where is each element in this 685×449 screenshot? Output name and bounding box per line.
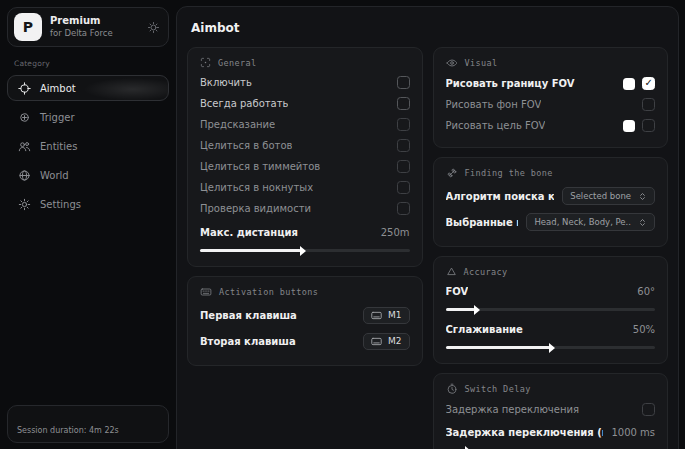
- max-distance-slider[interactable]: [200, 246, 410, 255]
- second-key-button[interactable]: M2: [363, 333, 410, 350]
- fov-target-color-swatch[interactable]: [623, 120, 635, 132]
- accuracy-card-header: Accuracy: [446, 266, 656, 277]
- page-title: Aimbot: [191, 21, 668, 35]
- bone-algorithm-label: Алгоритм поиска кост: [446, 191, 555, 202]
- visual-row: Рисовать цель FOV: [446, 115, 656, 136]
- selected-value: Selected bone: [570, 191, 631, 201]
- sidebar-item-label: Aimbot: [40, 83, 76, 94]
- gear-icon: [18, 198, 31, 211]
- chevron-updown-icon: [638, 218, 647, 227]
- session-duration: Session duration: 4m 22s: [17, 426, 119, 435]
- slider-row: FOV 60°: [446, 281, 656, 302]
- brand-logo: P: [14, 13, 42, 41]
- bone-algorithm-select[interactable]: Selected bone: [562, 187, 655, 205]
- visual-row: Рисовать фон FOV: [446, 94, 656, 115]
- visual-label: Рисовать фон FOV: [446, 99, 542, 110]
- bone-icon: [446, 167, 458, 179]
- category-label: Category: [14, 59, 169, 68]
- toggle-row: Целиться в ботов: [200, 135, 410, 156]
- sidebar-item-world[interactable]: World: [7, 162, 169, 188]
- toggle-row: Проверка видимости: [200, 198, 410, 219]
- draw-fov-border-checkbox[interactable]: [642, 77, 655, 90]
- toggle-label: Целиться в ботов: [200, 140, 292, 151]
- card-title: Accuracy: [464, 267, 508, 277]
- keybind-row: Вторая клавиша M2: [200, 328, 410, 354]
- globe-icon: [18, 169, 31, 182]
- switch-delay-ms-label: Задержка переключения (мс): [446, 427, 604, 438]
- target-bots-checkbox[interactable]: [397, 139, 410, 152]
- card-title: General: [218, 58, 257, 68]
- bone-card-header: Finding the bone: [446, 167, 656, 179]
- fov-border-color-swatch[interactable]: [623, 78, 635, 90]
- entities-icon: [18, 140, 31, 153]
- slider-row: Задержка переключения (мс) 1000 ms: [446, 422, 656, 443]
- brand-card: P Premium for Delta Force: [7, 7, 169, 47]
- card-title: Finding the bone: [465, 168, 553, 178]
- toggle-row: Задержка переключения: [446, 399, 656, 420]
- gear-icon[interactable]: [147, 21, 160, 34]
- app-window: P Premium for Delta Force Category: [0, 0, 685, 449]
- toggle-row: Целиться в тиммейтов: [200, 156, 410, 177]
- trigger-icon: [18, 111, 31, 124]
- toggle-label: Целиться в нокнутых: [200, 182, 313, 193]
- key-value: M1: [388, 310, 402, 320]
- fov-label: FOV: [446, 286, 469, 297]
- keybind-row: Первая клавиша M1: [200, 302, 410, 328]
- slider-fill: [200, 249, 301, 252]
- key-value: M2: [388, 336, 402, 346]
- sidebar-item-aimbot[interactable]: Aimbot: [7, 75, 169, 101]
- chevron-updown-icon: [638, 192, 647, 201]
- toggle-row: Всегда работать: [200, 93, 410, 114]
- switch-delay-card: Switch Delay Задержка переключения Задер…: [433, 373, 669, 449]
- sidebar-item-entities[interactable]: Entities: [7, 133, 169, 159]
- activation-card-header: Activation buttons: [200, 286, 410, 298]
- always-work-checkbox[interactable]: [397, 97, 410, 110]
- toggle-label: Всегда работать: [200, 98, 288, 109]
- selected-bones-label: Выбранные кос: [446, 217, 519, 228]
- sidebar-item-label: World: [40, 170, 69, 181]
- keyboard-icon: [371, 337, 382, 346]
- selected-bones-select[interactable]: Head, Neck, Body, Pe..: [526, 213, 655, 231]
- smoothing-label: Сглаживание: [446, 324, 523, 335]
- card-title: Visual: [465, 58, 498, 68]
- slider-row: Сглаживание 50%: [446, 319, 656, 340]
- slider-value: 250m: [381, 227, 410, 238]
- slider-fill: [446, 308, 475, 311]
- brand-title: Premium: [50, 15, 139, 28]
- sidebar-item-label: Entities: [40, 141, 77, 152]
- toggle-label: Включить: [200, 77, 252, 88]
- sidebar-item-trigger[interactable]: Trigger: [7, 104, 169, 130]
- toggle-row: Целиться в нокнутых: [200, 177, 410, 198]
- keybind-label: Вторая клавиша: [200, 336, 296, 347]
- enable-checkbox[interactable]: [397, 76, 410, 89]
- draw-fov-bg-checkbox[interactable]: [642, 98, 655, 111]
- card-title: Switch Delay: [465, 384, 531, 394]
- general-card: General Включить Всегда работать Предска…: [187, 47, 423, 267]
- first-key-button[interactable]: M1: [363, 307, 410, 324]
- general-card-header: General: [200, 57, 410, 68]
- target-knocked-checkbox[interactable]: [397, 181, 410, 194]
- toggle-label: Предсказание: [200, 119, 275, 130]
- target-teammates-checkbox[interactable]: [397, 160, 410, 173]
- visual-controls: [623, 77, 655, 90]
- sidebar-item-settings[interactable]: Settings: [7, 191, 169, 217]
- brand-subtitle: for Delta Force: [50, 28, 139, 39]
- switch-delay-toggle-label: Задержка переключения: [446, 404, 579, 415]
- draw-fov-target-checkbox[interactable]: [642, 119, 655, 132]
- brand-text: Premium for Delta Force: [50, 15, 139, 38]
- visibility-check-checkbox[interactable]: [397, 202, 410, 215]
- toggle-label: Целиться в тиммейтов: [200, 161, 320, 172]
- prediction-checkbox[interactable]: [397, 118, 410, 131]
- visual-card-header: Visual: [446, 57, 656, 69]
- right-column: Visual Рисовать границу FOV Рисовать фон…: [433, 47, 669, 449]
- toggle-row: Предсказание: [200, 114, 410, 135]
- activation-card: Activation buttons Первая клавиша M1: [187, 276, 423, 366]
- accuracy-card: Accuracy FOV 60° Сглаживание 50%: [433, 256, 669, 364]
- sidebar-item-label: Trigger: [40, 112, 75, 123]
- selected-value: Head, Neck, Body, Pe..: [534, 217, 631, 227]
- switch-delay-checkbox[interactable]: [642, 403, 655, 416]
- session-card: Session duration: 4m 22s: [7, 405, 169, 443]
- fov-slider[interactable]: [446, 305, 656, 314]
- smoothing-slider[interactable]: [446, 343, 656, 352]
- smoothing-value: 50%: [633, 324, 655, 335]
